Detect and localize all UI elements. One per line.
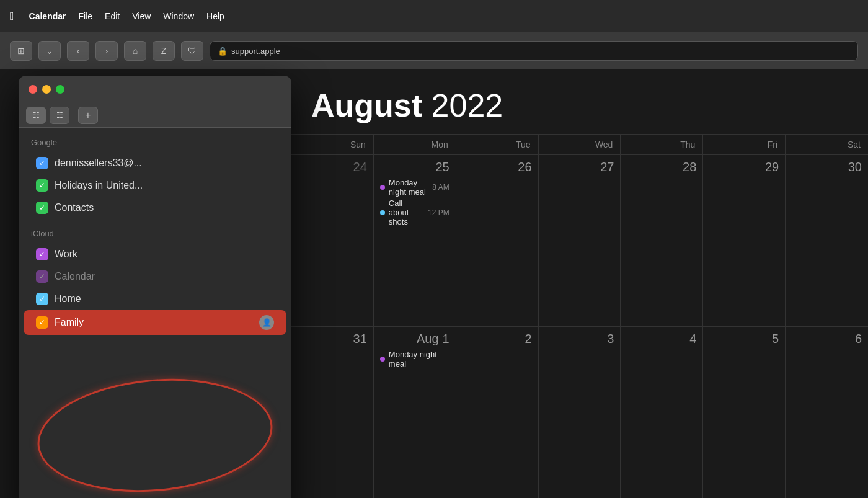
cell-29[interactable]: 29 <box>703 155 786 326</box>
date-6: 6 <box>792 332 862 346</box>
shield-btn[interactable]: 🛡 <box>181 41 203 61</box>
apple-menu[interactable]:  <box>10 10 14 23</box>
event-dot-blue <box>380 210 385 215</box>
calendar-week-2: 31 Aug 1 Monday night meal 2 <box>291 326 868 498</box>
cell-aug1[interactable]: Aug 1 Monday night meal <box>374 327 456 498</box>
event-call-about-shots[interactable]: Call about shots 12 PM <box>380 198 450 226</box>
address-bar[interactable]: 🔒 support.apple <box>210 41 858 61</box>
day-header-sat: Sat <box>786 135 868 154</box>
menu-calendar[interactable]: Calendar <box>29 11 66 21</box>
maximize-btn[interactable] <box>56 85 64 94</box>
event-name-call-shots: Call about shots <box>389 198 424 226</box>
window-titlebar <box>19 76 291 103</box>
date-2: 2 <box>463 332 532 346</box>
calendar-main: August 2022 Sun Mon Tue Wed Thu Fri Sat <box>291 69 868 498</box>
event-time-call-shots: 12 PM <box>428 208 450 217</box>
date-3: 3 <box>545 332 614 346</box>
window-toolbar: ☷ ☷ + <box>19 103 291 128</box>
sidebar-label-holidays: Holidays in United... <box>55 180 274 191</box>
minimize-btn[interactable] <box>42 85 51 94</box>
sidebar: Google ✓ dennissellers33@... ✓ Holidays … <box>19 128 291 345</box>
cell-3[interactable]: 3 <box>539 327 621 498</box>
cell-26[interactable]: 26 <box>456 155 539 326</box>
checkbox-calendar[interactable]: ✓ <box>36 270 48 283</box>
sidebar-item-contacts[interactable]: ✓ Contacts <box>24 197 286 219</box>
sidebar-label-work: Work <box>55 249 274 260</box>
cell-30[interactable]: 30 <box>786 155 868 326</box>
calendar-week-1: 24 25 Monday night meal 8 AM Call about … <box>291 154 868 326</box>
google-section-title: Google <box>19 138 291 152</box>
menu-bar:  Calendar File Edit View Window Help <box>0 0 868 32</box>
checkbox-family[interactable]: ✓ <box>36 316 48 329</box>
person-icon[interactable]: 👤 <box>259 315 274 330</box>
cell-2[interactable]: 2 <box>456 327 539 498</box>
day-header-thu: Thu <box>621 135 703 154</box>
date-5: 5 <box>709 332 779 346</box>
menu-help[interactable]: Help <box>206 11 224 21</box>
cell-28[interactable]: 28 <box>621 155 703 326</box>
calendar-grid: Sun Mon Tue Wed Thu Fri Sat 24 25 <box>291 134 868 498</box>
checkbox-holidays[interactable]: ✓ <box>36 179 48 192</box>
sidebar-label-home: Home <box>55 293 274 305</box>
menu-file[interactable]: File <box>79 11 93 21</box>
cell-31[interactable]: 31 <box>291 327 374 498</box>
event-dot-purple <box>380 185 385 190</box>
checkbox-work[interactable]: ✓ <box>36 248 48 260</box>
day-headers: Sun Mon Tue Wed Thu Fri Sat <box>291 134 868 154</box>
calendar-weeks: 24 25 Monday night meal 8 AM Call about … <box>291 154 868 498</box>
sidebar-item-home[interactable]: ✓ Home <box>24 288 286 310</box>
cell-24[interactable]: 24 <box>291 155 374 326</box>
year-val: 2022 <box>432 87 503 123</box>
event-monday-night-meal-2[interactable]: Monday night meal <box>380 350 450 368</box>
date-31: 31 <box>298 332 367 346</box>
day-header-wed: Wed <box>539 135 621 154</box>
date-24: 24 <box>298 160 367 174</box>
forward-btn[interactable]: › <box>95 41 118 61</box>
z-btn[interactable]: Z <box>153 41 175 61</box>
list-view-btn[interactable]: ☷ <box>50 107 69 124</box>
home-btn[interactable]: ⌂ <box>124 41 146 61</box>
cell-6[interactable]: 6 <box>786 327 868 498</box>
sidebar-label-contacts: Contacts <box>55 202 274 213</box>
cell-5[interactable]: 5 <box>703 327 786 498</box>
menu-window[interactable]: Window <box>163 11 194 21</box>
sidebar-item-dennissellers[interactable]: ✓ dennissellers33@... <box>24 152 286 174</box>
menu-view[interactable]: View <box>132 11 151 21</box>
date-27: 27 <box>545 160 614 174</box>
day-header-sun: Sun <box>291 135 374 154</box>
address-text: support.apple <box>231 47 280 56</box>
sidebar-item-family[interactable]: ✓ Family 👤 <box>24 310 286 335</box>
day-header-fri: Fri <box>703 135 786 154</box>
date-4: 4 <box>627 332 696 346</box>
event-monday-night-meal[interactable]: Monday night meal 8 AM <box>380 178 450 197</box>
sidebar-item-holidays[interactable]: ✓ Holidays in United... <box>24 174 286 197</box>
family-edit-input[interactable]: Family <box>55 317 253 328</box>
sidebar-item-calendar[interactable]: ✓ Calendar <box>24 265 286 288</box>
day-header-mon: Mon <box>374 135 456 154</box>
date-aug1: Aug 1 <box>380 332 450 346</box>
menu-edit[interactable]: Edit <box>105 11 120 21</box>
day-header-tue: Tue <box>456 135 539 154</box>
sidebar-toggle-btn[interactable]: ⊞ <box>10 41 32 61</box>
cell-4[interactable]: 4 <box>621 327 703 498</box>
sidebar-item-work[interactable]: ✓ Work <box>24 243 286 265</box>
add-event-btn[interactable]: + <box>78 107 98 124</box>
back-btn[interactable]: ‹ <box>67 41 89 61</box>
checkbox-home[interactable]: ✓ <box>36 293 48 305</box>
date-30: 30 <box>792 160 862 174</box>
cell-25[interactable]: 25 Monday night meal 8 AM Call about sho… <box>374 155 456 326</box>
month-view-btn[interactable]: ☷ <box>26 107 46 124</box>
checkbox-contacts[interactable]: ✓ <box>36 202 48 214</box>
cell-27[interactable]: 27 <box>539 155 621 326</box>
checkbox-dennissellers[interactable]: ✓ <box>36 157 48 169</box>
calendar-month-title: August 2022 <box>311 87 848 124</box>
icloud-section-title: iCloud <box>19 229 291 243</box>
main-container: ☷ ☷ + Google ✓ dennissellers33@... ✓ Hol… <box>0 69 868 498</box>
event-name-monday-meal-2: Monday night meal <box>389 350 450 368</box>
calendar-header: August 2022 <box>291 69 868 134</box>
toolbar-dropdown-btn[interactable]: ⌄ <box>38 41 61 61</box>
close-btn[interactable] <box>29 85 37 94</box>
date-25: 25 <box>380 160 450 174</box>
aug-text: Aug <box>417 332 439 346</box>
month-name: August <box>311 87 422 123</box>
